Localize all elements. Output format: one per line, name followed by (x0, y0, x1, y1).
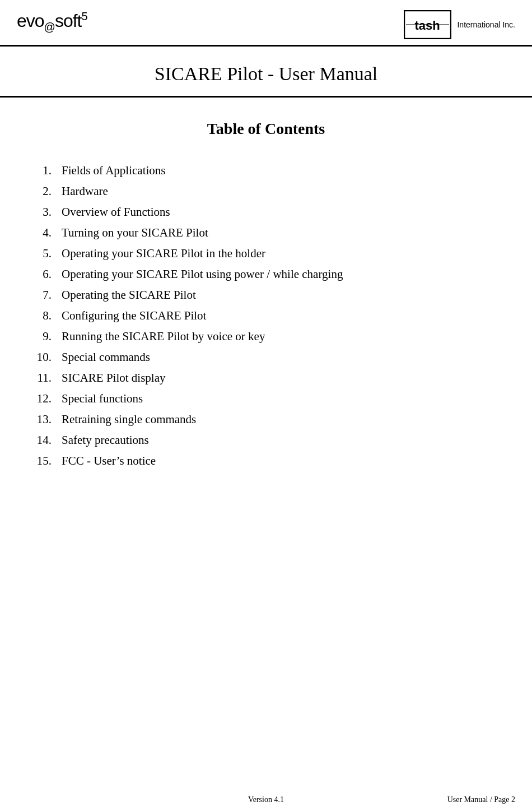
toc-item: 13.Retraining single commands (34, 409, 498, 430)
toc-item-num: 1. (34, 164, 62, 178)
page-number: User Manual / Page 2 (447, 795, 515, 804)
page-title-section: SICARE Pilot - User Manual (0, 47, 532, 98)
toc-item-num: 9. (34, 330, 62, 344)
toc-item-label: FCC - User’s notice (62, 454, 156, 468)
tash-logo-area: tash International Inc. (404, 10, 515, 39)
toc-item-num: 14. (34, 433, 62, 447)
version-label: Version 4.1 (248, 795, 284, 804)
toc-item-label: Retraining single commands (62, 413, 196, 427)
svg-text:tash: tash (415, 18, 440, 33)
toc-item-label: Operating your SICARE Pilot using power … (62, 267, 343, 281)
toc-item: 11.SICARE Pilot display (34, 368, 498, 388)
toc-item-num: 2. (34, 184, 62, 198)
toc-item: 10.Special commands (34, 347, 498, 368)
toc-item-label: Turning on your SICARE Pilot (62, 226, 208, 240)
toc-item: 3.Overview of Functions (34, 202, 498, 223)
toc-item: 4.Turning on your SICARE Pilot (34, 223, 498, 243)
toc-item-num: 10. (34, 350, 62, 364)
toc-item-num: 12. (34, 392, 62, 406)
international-inc-label: International Inc. (457, 20, 515, 29)
toc-item-label: Fields of Applications (62, 164, 166, 178)
toc-item: 1.Fields of Applications (34, 160, 498, 181)
toc-item-label: Running the SICARE Pilot by voice or key (62, 330, 265, 344)
brand-soft: soft (55, 11, 82, 31)
toc-item-num: 5. (34, 247, 62, 261)
toc-item-num: 8. (34, 309, 62, 323)
toc-item-label: Special functions (62, 392, 143, 406)
toc-item-label: Configuring the SICARE Pilot (62, 309, 206, 323)
toc-item: 5.Operating your SICARE Pilot in the hol… (34, 243, 498, 264)
toc-item-num: 4. (34, 226, 62, 240)
toc-item: 6.Operating your SICARE Pilot using powe… (34, 264, 498, 285)
toc-title: Table of Contents (34, 120, 498, 138)
toc-item: 9.Running the SICARE Pilot by voice or k… (34, 326, 498, 347)
page-header: evo@soft5 tash International Inc. (0, 0, 532, 47)
toc-item-num: 13. (34, 413, 62, 427)
toc-item-num: 15. (34, 454, 62, 468)
toc-item: 7.Operating the SICARE Pilot (34, 285, 498, 305)
toc-item-num: 3. (34, 205, 62, 219)
tash-logo-icon: tash (404, 10, 451, 39)
toc-item-num: 11. (34, 371, 62, 385)
brand-sup: 5 (81, 10, 87, 22)
toc-item-label: Safety precautions (62, 433, 149, 447)
toc-item-label: Overview of Functions (62, 205, 170, 219)
toc-list: 1.Fields of Applications2.Hardware3.Over… (34, 160, 498, 471)
toc-item: 2.Hardware (34, 181, 498, 202)
toc-item-num: 7. (34, 288, 62, 302)
toc-item: 8.Configuring the SICARE Pilot (34, 305, 498, 326)
toc-item-num: 6. (34, 267, 62, 281)
toc-item: 12.Special functions (34, 388, 498, 409)
toc-item: 15.FCC - User’s notice (34, 451, 498, 471)
brand-at: @ (44, 21, 55, 33)
brand-logo: evo@soft5 (17, 10, 87, 34)
main-content: Table of Contents 1.Fields of Applicatio… (0, 98, 532, 505)
toc-item-label: Operating the SICARE Pilot (62, 288, 196, 302)
toc-item-label: Hardware (62, 184, 108, 198)
toc-item-label: Operating your SICARE Pilot in the holde… (62, 247, 265, 261)
toc-item-label: Special commands (62, 350, 150, 364)
toc-item-label: SICARE Pilot display (62, 371, 166, 385)
toc-item: 14.Safety precautions (34, 430, 498, 451)
brand-evo: evo (17, 11, 44, 31)
page-title: SICARE Pilot - User Manual (17, 63, 515, 85)
